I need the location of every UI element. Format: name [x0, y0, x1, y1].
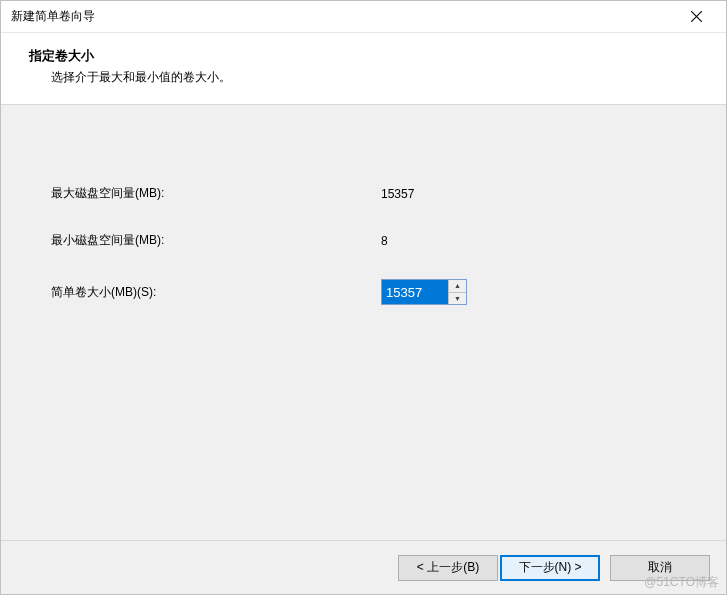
volume-size-input[interactable] [382, 280, 448, 304]
wizard-content: 最大磁盘空间量(MB): 15357 最小磁盘空间量(MB): 8 简单卷大小(… [1, 105, 726, 540]
nav-button-group: < 上一步(B) 下一步(N) > [398, 555, 600, 581]
volume-size-spinner[interactable]: ▲ ▼ [381, 279, 467, 305]
next-button[interactable]: 下一步(N) > [500, 555, 600, 581]
page-subheading: 选择介于最大和最小值的卷大小。 [29, 69, 716, 86]
max-disk-label: 最大磁盘空间量(MB): [51, 185, 381, 202]
window-title: 新建简单卷向导 [11, 8, 95, 25]
close-icon [691, 11, 702, 22]
min-disk-row: 最小磁盘空间量(MB): 8 [51, 232, 676, 249]
size-row: 简单卷大小(MB)(S): ▲ ▼ [51, 279, 676, 305]
close-button[interactable] [676, 3, 716, 31]
spinner-up-button[interactable]: ▲ [449, 280, 466, 293]
wizard-footer: < 上一步(B) 下一步(N) > 取消 [1, 540, 726, 594]
wizard-header: 指定卷大小 选择介于最大和最小值的卷大小。 [1, 33, 726, 105]
max-disk-row: 最大磁盘空间量(MB): 15357 [51, 185, 676, 202]
chevron-up-icon: ▲ [454, 282, 461, 289]
max-disk-value: 15357 [381, 187, 676, 201]
spinner-down-button[interactable]: ▼ [449, 293, 466, 305]
titlebar: 新建简单卷向导 [1, 1, 726, 33]
page-heading: 指定卷大小 [29, 47, 716, 65]
back-button[interactable]: < 上一步(B) [398, 555, 498, 581]
spinner-buttons: ▲ ▼ [448, 280, 466, 304]
min-disk-label: 最小磁盘空间量(MB): [51, 232, 381, 249]
wizard-window: 新建简单卷向导 指定卷大小 选择介于最大和最小值的卷大小。 最大磁盘空间量(MB… [0, 0, 727, 595]
size-label: 简单卷大小(MB)(S): [51, 284, 381, 301]
min-disk-value: 8 [381, 234, 676, 248]
chevron-down-icon: ▼ [454, 295, 461, 302]
cancel-button[interactable]: 取消 [610, 555, 710, 581]
size-value-cell: ▲ ▼ [381, 279, 676, 305]
